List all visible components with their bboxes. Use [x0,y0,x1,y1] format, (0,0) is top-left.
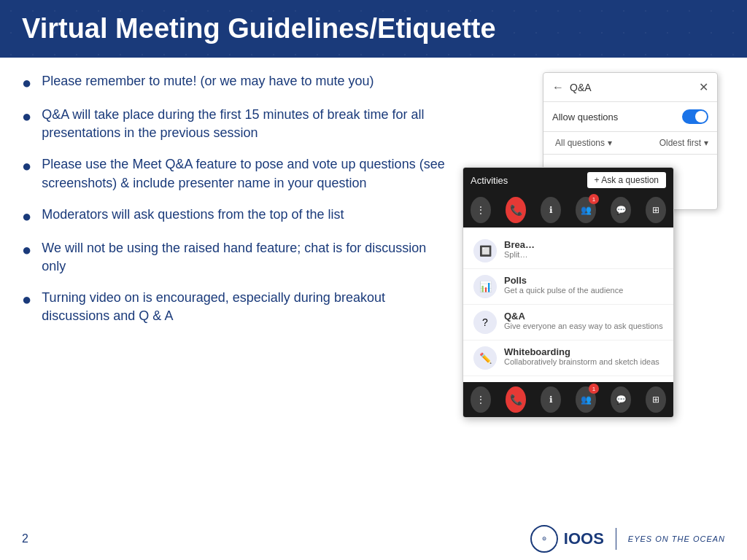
bottom-info-button[interactable]: ℹ [541,386,561,413]
bullet-item: ● Moderators will ask questions from the… [22,206,448,226]
bullet-item: ● Q&A will take place during the first 1… [22,106,448,142]
meet-end-call-button[interactable]: 📞 [506,197,526,223]
bullet-dot: ● [22,241,31,260]
bullet-text: Turning video on is encouraged, especial… [42,289,448,325]
qa-filter-row: All questions ▾ Oldest first ▾ [543,132,717,155]
logo-area: ⊙ IOOS EYES ON THE OCEAN [530,525,725,553]
activity-icon: ? [473,311,497,334]
activity-desc: Give everyone an easy way to ask questio… [504,322,663,330]
meet-more-options[interactable]: ⋮ [471,197,491,223]
sort-filter[interactable]: Oldest first ▾ [657,138,708,148]
activities-bottom-bar: ⋮ 📞 ℹ 👥 1 💬 ⊞ [463,382,673,417]
page-number: 2 [22,532,28,545]
allow-questions-toggle[interactable] [682,109,708,124]
activities-label: Activities [471,175,508,186]
bottom-people-badge: 1 [589,384,599,394]
list-item[interactable]: 📊 Polls Get a quick pulse of the audienc… [463,269,673,305]
footer: 2 ⊙ IOOS EYES ON THE OCEAN [22,525,725,553]
bullet-dot: ● [22,107,31,126]
bullet-item: ● Turning video on is encouraged, especi… [22,289,448,325]
bottom-people-button[interactable]: 👥 1 [576,386,596,413]
bottom-more-button[interactable]: ⋮ [471,386,491,413]
activities-panel: Activities + Ask a question ⋮ 📞 ℹ 👥 1 💬 … [462,167,674,418]
page-title: Virtual Meeting Guidelines/Etiquette [22,13,725,44]
bottom-end-call-button[interactable]: 📞 [506,386,526,413]
activity-icon: 📊 [473,275,497,298]
bullet-text: Q&A will take place during the first 15 … [42,106,448,142]
ioos-logo-circle: ⊙ [530,525,558,553]
bullet-dot: ● [22,207,31,226]
bullet-dot: ● [22,157,31,176]
activity-name: Polls [504,275,623,286]
qa-allow-row: Allow questions [543,102,717,132]
ioos-logo-text: IOOS [564,529,604,548]
activity-icon: 🔲 [473,239,497,262]
activity-name: Brea… [504,239,535,250]
bullet-text: Moderators will ask questions from the t… [42,206,344,224]
activity-name: Q&A [504,311,663,322]
qa-back-arrow[interactable]: ← [552,81,564,94]
bottom-chat-button[interactable]: 💬 [611,386,631,413]
bullet-text: Please use the Meet Q&A feature to pose … [42,155,448,192]
meet-info-button[interactable]: ℹ [541,197,561,223]
bullet-text: We will not be using the raised hand fea… [42,239,448,276]
activity-desc: Split… [504,250,535,259]
activities-list: 🔲 Brea… Split… 📊 Polls Get a quick pulse… [463,228,673,382]
screenshots-section: ← Q&A ✕ Allow questions All questions ▾ … [462,72,725,545]
meet-controls-bar: ⋮ 📞 ℹ 👥 1 💬 ⊞ [463,192,673,228]
bullet-item: ● Please use the Meet Q&A feature to pos… [22,155,448,192]
bullet-dot: ● [22,74,31,93]
bullet-item: ● Please remember to mute! (or we may ha… [22,72,448,93]
ask-question-button[interactable]: + Ask a question [587,172,666,188]
activity-desc: Get a quick pulse of the audience [504,286,623,295]
main-content: ● Please remember to mute! (or we may ha… [0,58,747,552]
bottom-activities-button[interactable]: ⊞ [646,386,666,413]
meet-activities-button[interactable]: ⊞ [646,197,666,223]
activity-icon: ✏️ [473,346,497,370]
meet-chat-button[interactable]: 💬 [611,197,631,223]
meet-people-button[interactable]: 👥 1 [576,197,596,223]
list-item[interactable]: 🔲 Brea… Split… [463,233,673,269]
qa-panel-title: Q&A [570,82,699,93]
bullet-dot: ● [22,290,31,309]
people-badge: 1 [589,194,599,204]
activities-top-bar: Activities + Ask a question [463,168,673,192]
qa-panel-header: ← Q&A ✕ [543,73,717,102]
bullet-item: ● We will not be using the raised hand f… [22,239,448,276]
logo-tagline: EYES ON THE OCEAN [628,534,725,543]
qa-close-button[interactable]: ✕ [699,80,708,94]
bullet-section: ● Please remember to mute! (or we may ha… [22,72,462,545]
bullet-text: Please remember to mute! (or we may have… [42,72,374,90]
activity-name: Whiteboarding [504,346,659,357]
all-questions-filter[interactable]: All questions ▾ [552,138,612,148]
page-header: Virtual Meeting Guidelines/Etiquette [0,0,747,58]
qa-allow-label: Allow questions [552,112,618,122]
list-item[interactable]: ✏️ Whiteboarding Collaboratively brainst… [463,341,673,376]
list-item[interactable]: ? Q&A Give everyone an easy way to ask q… [463,305,673,341]
logo-divider [616,528,616,550]
activity-desc: Collaboratively brainstorm and sketch id… [504,357,659,366]
